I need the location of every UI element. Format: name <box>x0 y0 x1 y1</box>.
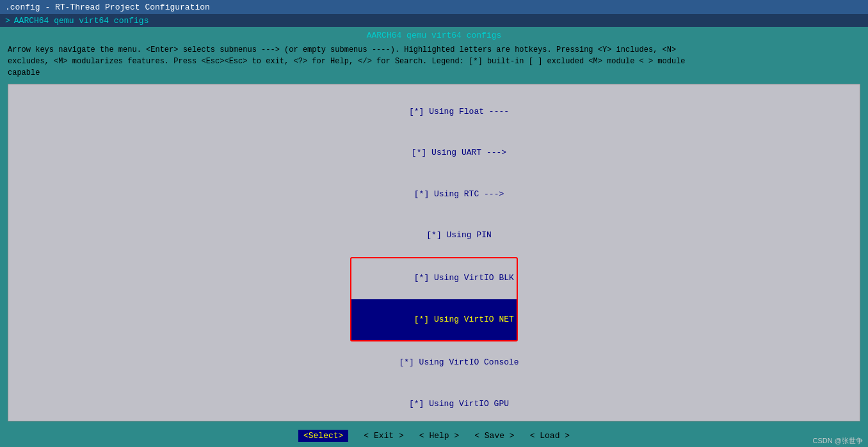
title-bar: .config - RT-Thread Project Configuratio… <box>0 0 868 14</box>
help-line-3: capable <box>8 67 860 79</box>
menu-items: [*] Using Float ---- [*] Using UART --->… <box>8 92 860 421</box>
virtio-highlight-box: [*] Using VirtIO BLK [*] Using VirtIO NE… <box>350 257 518 342</box>
virtio-highlight-wrapper: [*] Using VirtIO BLK [*] Using VirtIO NE… <box>8 257 860 342</box>
menu-row-pin: [*] Using PIN <box>8 216 860 255</box>
help-line-1: Arrow keys navigate the menu. <Enter> se… <box>8 44 860 56</box>
exit-button[interactable]: < Exit > <box>364 431 403 441</box>
main-area: AARCH64 qemu virt64 configs Arrow keys n… <box>0 27 868 447</box>
menu-item-pin[interactable]: [*] Using PIN <box>376 216 491 255</box>
menu-item-uart[interactable]: [*] Using UART ---> <box>362 133 506 173</box>
menu-row-float: [*] Using Float ---- <box>8 92 860 132</box>
watermark: CSDN @张世争 <box>813 436 863 446</box>
menu-item-virtio-console[interactable]: [*] Using VirtIO Console <box>349 343 518 382</box>
title-text: .config - RT-Thread Project Configuratio… <box>5 3 210 12</box>
help-text: Arrow keys navigate the menu. <Enter> se… <box>0 43 868 81</box>
menu-item-float[interactable]: [*] Using Float ---- <box>359 92 509 132</box>
menu-row-uart: [*] Using UART ---> <box>8 133 860 173</box>
breadcrumb-arrow: > <box>5 16 10 26</box>
save-button[interactable]: < Save > <box>474 431 514 441</box>
select-button[interactable]: <Select> <box>298 430 348 442</box>
menu-row-virtio-gpu: [*] Using VirtIO GPU <box>8 384 860 421</box>
breadcrumb-bar: > AARCH64 qemu virt64 configs <box>0 14 868 27</box>
menu-row-virtio-console: [*] Using VirtIO Console <box>8 343 860 382</box>
menu-item-virtio-net[interactable]: [*] Using VirtIO NET <box>351 299 517 340</box>
help-line-2: excludes, <M> modularizes features. Pres… <box>8 56 860 67</box>
menu-row-rtc: [*] Using RTC ---> <box>8 175 860 214</box>
bottom-bar: <Select> < Exit > < Help > < Save > < Lo… <box>0 424 868 447</box>
breadcrumb-text: AARCH64 qemu virt64 configs <box>14 16 149 26</box>
menu-item-virtio-gpu[interactable]: [*] Using VirtIO GPU <box>359 384 509 421</box>
menu-item-virtio-blk[interactable]: [*] Using VirtIO BLK <box>351 258 517 299</box>
load-button[interactable]: < Load > <box>530 431 570 441</box>
center-title: AARCH64 qemu virt64 configs <box>0 27 868 43</box>
help-button[interactable]: < Help > <box>419 431 459 441</box>
menu-item-rtc[interactable]: [*] Using RTC ---> <box>364 175 504 214</box>
config-panel: [*] Using Float ---- [*] Using UART --->… <box>8 84 860 421</box>
